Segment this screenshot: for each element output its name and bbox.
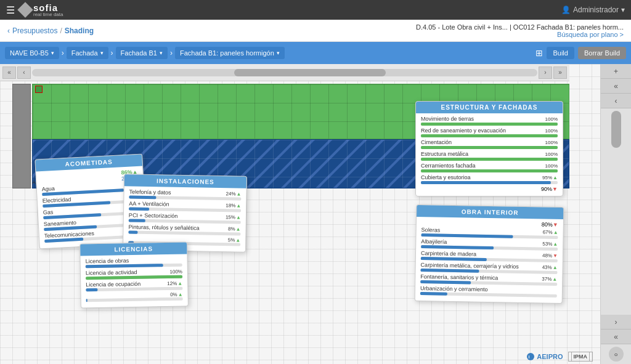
hscroll-last-btn[interactable]: »: [553, 67, 567, 79]
nav-item-fachada-paneles[interactable]: Fachada B1: paneles hormigón ▾: [175, 47, 285, 59]
breadcrumb: ‹ Presupuestos / Shading: [7, 26, 94, 35]
scroll-zoom-in-btn[interactable]: +: [601, 64, 631, 79]
scroll-down-down-btn[interactable]: «: [601, 330, 631, 344]
scroll-up-up-btn[interactable]: «: [601, 79, 631, 94]
hscroll-first-btn[interactable]: «: [2, 67, 16, 79]
est-metalica-fill: [421, 158, 558, 161]
obra-fontaneria-fill: [420, 280, 471, 284]
nav-item-nave[interactable]: NAVE B0-B5 ▾: [5, 47, 59, 59]
logo-area: sofia real time data: [20, 2, 63, 17]
nav-actions: ⊞ Build Borrar Build: [535, 47, 626, 59]
panel-estructura: ESTRUCTURA Y FACHADAS Movimiento de tier…: [415, 101, 563, 196]
lic-obras-fill: [86, 264, 163, 268]
est-row-metalica: Estructura metálica 100%: [421, 151, 558, 161]
inst-pci-fill: [129, 219, 145, 222]
obra-urbanizacion-fill: [420, 292, 447, 296]
nav-sep-1: ›: [62, 49, 64, 57]
lic-row-ocupacion: Licencia de ocupación 12%▲: [86, 280, 182, 292]
obra-metalica-fill: [420, 269, 479, 273]
build-button[interactable]: Build: [547, 47, 574, 59]
lic-ocupacion-fill: [86, 288, 97, 291]
inst-aa-pct: 18%▲: [226, 203, 241, 208]
est-cimentacion-fill: [421, 146, 558, 149]
inst-pinturas-label: Pinturas, rótulos y señalética: [129, 224, 200, 231]
lic-last-fill: [86, 299, 88, 302]
info-bar: ‹ Presupuestos / Shading D.4.05 - Lote O…: [0, 20, 631, 42]
est-row-cimentacion: Cimentación 100%: [421, 139, 558, 149]
est-cerramientos-fill: [421, 169, 558, 172]
lic-row-obras: Licencia de obras: [86, 257, 182, 269]
inst-telefonia-label: Telefonía y datos: [129, 188, 171, 195]
obra-albanileria-label: Albaÿilería: [421, 238, 447, 245]
vertical-scrollbar[interactable]: + « ‹ › « ○: [600, 64, 631, 364]
nav-nave-label: NAVE B0-B5: [10, 49, 49, 57]
borrar-build-button[interactable]: Borrar Build: [578, 47, 626, 59]
est-tierras-label: Movimiento de tierras: [421, 116, 474, 122]
obra-madera-label: Carpintería de madera: [421, 250, 476, 257]
inst-aa-label: AA + Ventilación: [129, 200, 169, 207]
inst-5-pct: 5%▲: [228, 237, 241, 243]
building-left-wall: [12, 84, 31, 188]
aeipro-logo: i AEIPRO: [526, 352, 563, 361]
obra-soleras-pct: 67%▲: [543, 230, 558, 235]
breadcrumb-separator: /: [60, 26, 62, 35]
est-cimentacion-pct: 100%: [545, 140, 558, 145]
panel-licencias-body: Licencia de obras Licencia de actividad …: [80, 254, 187, 307]
scroll-up-btn[interactable]: ‹: [601, 94, 631, 108]
panel-obra-interior: OBRA INTERIOR 80%▼ Soleras 67%▲ Albaÿile…: [415, 204, 564, 304]
hscroll-thumb[interactable]: [234, 69, 386, 76]
est-row-saneamiento: Red de saneamiento y evacuación 100%: [421, 127, 558, 137]
est-cerramientos-label: Cerramientos fachada: [421, 163, 476, 169]
inst-pci-pct: 15%▲: [226, 214, 241, 220]
nav-fachada-paneles-arrow: ▾: [277, 50, 280, 56]
lic-row-actividad: Licencia de actividad 100%: [86, 269, 182, 280]
scroll-down-btn[interactable]: ›: [601, 315, 631, 330]
hscroll-next-btn[interactable]: ›: [539, 67, 552, 79]
nav-item-fachada-b1[interactable]: Fachada B1 ▾: [116, 47, 168, 59]
main-area: « ‹ › »: [0, 64, 631, 364]
est-cubierta-fill: [421, 181, 551, 184]
nav-fachada-paneles-label: Fachada B1: paneles hormigón: [180, 49, 274, 57]
obra-albanileria-pct: 53%▲: [542, 241, 558, 247]
inst-pinturas-pct: 8%▲: [228, 226, 241, 232]
scroll-track[interactable]: [601, 108, 631, 315]
est-cerramientos-pct: 100%: [545, 163, 558, 169]
hamburger-icon[interactable]: ☰: [6, 4, 15, 16]
nav-item-fachada[interactable]: Fachada ▾: [67, 47, 108, 59]
est-cerramientos-bar: [421, 169, 558, 172]
est-saneamiento-fill: [421, 134, 558, 137]
est-row-tierras: Movimiento de tierras 100%: [421, 116, 558, 126]
inst-telefonia-pct: 24%▲: [226, 191, 242, 196]
app-subtitle: real time data: [33, 12, 63, 17]
admin-label: Administrador: [573, 6, 619, 14]
canvas-area[interactable]: « ‹ › »: [0, 64, 600, 364]
est-metalica-bar: [421, 158, 558, 161]
grid-view-icon[interactable]: ⊞: [535, 48, 543, 58]
est-tierras-bar: [421, 123, 558, 126]
hscroll-track[interactable]: [32, 69, 537, 76]
nav-sep-3: ›: [170, 49, 173, 57]
lic-ocupacion-pct: 12%▲: [167, 281, 182, 286]
admin-menu[interactable]: 👤 Administrador ▾: [561, 6, 625, 14]
topbar-left: ☰ sofia real time data: [6, 2, 63, 17]
inst-telefonia-fill: [129, 195, 156, 199]
project-title: D.4.05 - Lote Obra civil + Ins... | OC01…: [416, 23, 624, 31]
est-row-cerramientos: Cerramientos fachada 100%: [421, 163, 558, 172]
horizontal-scrollbar[interactable]: « ‹ › »: [0, 64, 569, 81]
inst-pci-label: PCI + Sectorización: [129, 212, 177, 219]
nav-fachada-label: Fachada: [71, 49, 98, 57]
breadcrumb-shading[interactable]: Shading: [65, 26, 94, 35]
panel-licencias: LICENCIAS Licencia de obras Licencia de …: [79, 241, 189, 308]
lic-ocupacion-label: Licencia de ocupación: [86, 281, 140, 288]
est-metalica-label: Estructura metálica: [421, 151, 468, 157]
obra-row-fontaneria: Fontanería, sanitarios y térmica 37%▲: [420, 273, 557, 286]
breadcrumb-presupuestos[interactable]: Presupuestos: [12, 26, 57, 35]
nav-bar: NAVE B0-B5 ▾ › Fachada ▾ › Fachada B1 ▾ …: [0, 42, 631, 64]
panel-instalaciones: INSTALACIONES Telefonía y datos 24%▲ AA …: [123, 174, 247, 252]
scroll-thumb[interactable]: [611, 111, 621, 148]
panel-estructura-body: Movimiento de tierras 100% Red de saneam…: [416, 113, 563, 196]
est-cubierta-label: Cubierta y esutorioa: [421, 174, 471, 180]
zoom-control[interactable]: ○: [609, 347, 624, 362]
hscroll-prev-btn[interactable]: ‹: [17, 67, 31, 79]
search-by-plan-link[interactable]: Búsqueda por plano >: [557, 31, 624, 38]
